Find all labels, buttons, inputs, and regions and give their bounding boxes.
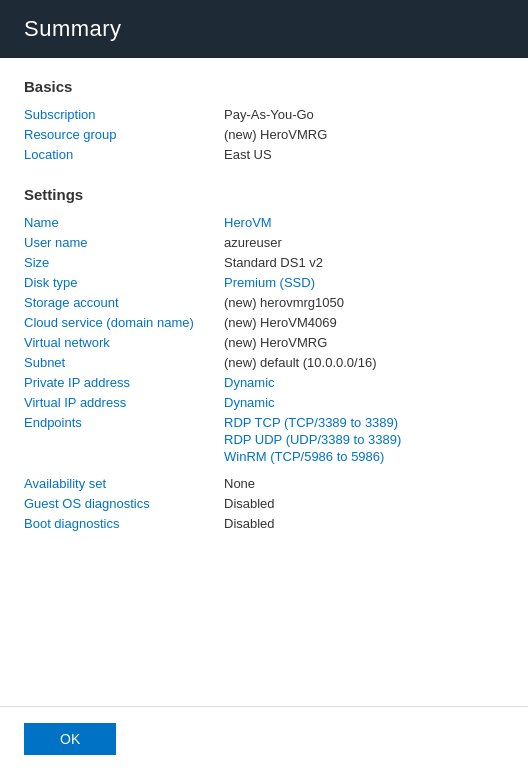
value-virtual-network: (new) HeroVMRG	[224, 335, 504, 350]
endpoint-winrm: WinRM (TCP/5986 to 5986)	[224, 449, 504, 464]
field-virtual-network: Virtual network (new) HeroVMRG	[24, 335, 504, 350]
value-name: HeroVM	[224, 215, 504, 230]
field-availability-set: Availability set None	[24, 476, 504, 491]
field-subscription: Subscription Pay-As-You-Go	[24, 107, 504, 122]
basics-section: Basics Subscription Pay-As-You-Go Resour…	[24, 78, 504, 162]
label-availability-set: Availability set	[24, 476, 224, 491]
label-disk-type: Disk type	[24, 275, 224, 290]
field-username: User name azureuser	[24, 235, 504, 250]
field-name: Name HeroVM	[24, 215, 504, 230]
value-subnet: (new) default (10.0.0.0/16)	[224, 355, 504, 370]
value-size: Standard DS1 v2	[224, 255, 504, 270]
field-private-ip: Private IP address Dynamic	[24, 375, 504, 390]
value-availability-set: None	[224, 476, 504, 491]
label-endpoints: Endpoints	[24, 415, 224, 430]
ok-button[interactable]: OK	[24, 723, 116, 755]
label-subscription: Subscription	[24, 107, 224, 122]
field-cloud-service: Cloud service (domain name) (new) HeroVM…	[24, 315, 504, 330]
endpoints-values: RDP TCP (TCP/3389 to 3389) RDP UDP (UDP/…	[224, 415, 504, 466]
label-private-ip: Private IP address	[24, 375, 224, 390]
field-resource-group: Resource group (new) HeroVMRG	[24, 127, 504, 142]
label-name: Name	[24, 215, 224, 230]
field-disk-type: Disk type Premium (SSD)	[24, 275, 504, 290]
label-guest-os: Guest OS diagnostics	[24, 496, 224, 511]
label-virtual-ip: Virtual IP address	[24, 395, 224, 410]
field-boot-diagnostics: Boot diagnostics Disabled	[24, 516, 504, 531]
field-subnet: Subnet (new) default (10.0.0.0/16)	[24, 355, 504, 370]
header: Summary	[0, 0, 528, 58]
endpoint-rdp-udp: RDP UDP (UDP/3389 to 3389)	[224, 432, 504, 447]
value-boot-diagnostics: Disabled	[224, 516, 504, 531]
label-size: Size	[24, 255, 224, 270]
value-private-ip: Dynamic	[224, 375, 504, 390]
label-boot-diagnostics: Boot diagnostics	[24, 516, 224, 531]
label-subnet: Subnet	[24, 355, 224, 370]
footer: OK	[0, 706, 528, 771]
header-title: Summary	[24, 16, 504, 42]
label-cloud-service: Cloud service (domain name)	[24, 315, 224, 330]
value-cloud-service: (new) HeroVM4069	[224, 315, 504, 330]
label-resource-group: Resource group	[24, 127, 224, 142]
field-size: Size Standard DS1 v2	[24, 255, 504, 270]
settings-title: Settings	[24, 186, 504, 203]
endpoint-rdp-tcp: RDP TCP (TCP/3389 to 3389)	[224, 415, 504, 430]
label-username: User name	[24, 235, 224, 250]
value-resource-group: (new) HeroVMRG	[224, 127, 504, 142]
value-subscription: Pay-As-You-Go	[224, 107, 504, 122]
field-virtual-ip: Virtual IP address Dynamic	[24, 395, 504, 410]
label-virtual-network: Virtual network	[24, 335, 224, 350]
summary-window: Summary Basics Subscription Pay-As-You-G…	[0, 0, 528, 771]
field-endpoints: Endpoints RDP TCP (TCP/3389 to 3389) RDP…	[24, 415, 504, 466]
value-guest-os: Disabled	[224, 496, 504, 511]
value-disk-type: Premium (SSD)	[224, 275, 504, 290]
label-location: Location	[24, 147, 224, 162]
field-guest-os: Guest OS diagnostics Disabled	[24, 496, 504, 511]
value-virtual-ip: Dynamic	[224, 395, 504, 410]
field-storage-account: Storage account (new) herovmrg1050	[24, 295, 504, 310]
content-area: Basics Subscription Pay-As-You-Go Resour…	[0, 58, 528, 706]
value-location: East US	[224, 147, 504, 162]
settings-section: Settings Name HeroVM User name azureuser…	[24, 186, 504, 531]
value-username: azureuser	[224, 235, 504, 250]
label-storage-account: Storage account	[24, 295, 224, 310]
field-location: Location East US	[24, 147, 504, 162]
basics-title: Basics	[24, 78, 504, 95]
value-storage-account: (new) herovmrg1050	[224, 295, 504, 310]
